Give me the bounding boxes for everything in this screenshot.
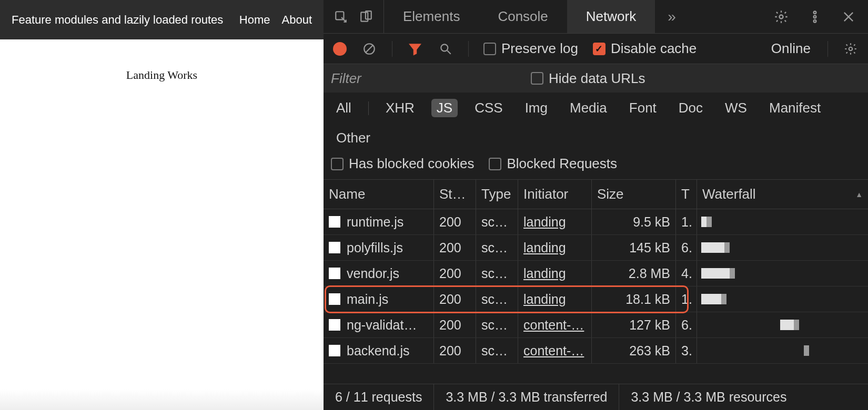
checkbox-icon — [531, 72, 543, 85]
type-js[interactable]: JS — [431, 99, 458, 117]
cell-type: sc… — [476, 338, 518, 363]
cell-initiator[interactable]: landing — [523, 292, 566, 307]
filter-funnel-icon[interactable] — [407, 41, 423, 57]
type-img[interactable]: Img — [520, 99, 553, 117]
cell-type: sc… — [476, 312, 518, 337]
cell-size: 127 kB — [592, 312, 676, 337]
network-toolbar: Preserve log Disable cache Online — [324, 34, 868, 64]
svg-point-4 — [814, 11, 816, 14]
table-body[interactable]: runtime.js200sc…landing9.5 kB1.polyfills… — [324, 209, 868, 384]
svg-rect-1 — [361, 12, 368, 21]
cell-time: 1. — [676, 286, 697, 312]
clear-icon[interactable] — [361, 41, 377, 57]
devtools-tabs: Elements Console Network » — [324, 0, 868, 34]
cell-time: 6. — [676, 312, 697, 337]
cell-initiator[interactable]: landing — [523, 240, 566, 255]
blocked-requests-label: Blocked Requests — [507, 156, 617, 172]
status-requests: 6 / 11 requests — [324, 384, 434, 410]
has-blocked-cookies-checkbox[interactable]: Has blocked cookies — [331, 156, 474, 172]
col-size[interactable]: Size — [592, 180, 676, 209]
checkbox-icon — [331, 158, 344, 170]
cell-type: sc… — [476, 235, 518, 260]
tab-console[interactable]: Console — [479, 0, 567, 33]
kebab-menu-icon[interactable] — [807, 9, 823, 25]
cell-time: 6. — [676, 235, 697, 260]
table-row[interactable]: polyfills.js200sc…landing145 kB6. — [324, 235, 868, 261]
file-icon — [329, 319, 340, 331]
disable-cache-checkbox[interactable]: Disable cache — [593, 40, 697, 57]
cell-name: runtime.js — [347, 214, 403, 230]
tabs-overflow-icon[interactable]: » — [655, 8, 689, 25]
blocked-filter-row: Has blocked cookies Blocked Requests — [324, 153, 868, 180]
tab-network[interactable]: Network — [567, 0, 655, 33]
throttling-select[interactable]: Online — [771, 40, 813, 57]
nav-link-about[interactable]: About — [282, 13, 312, 27]
type-media[interactable]: Media — [564, 99, 612, 117]
table-header: Name St… Type Initiator Size T Waterfall… — [324, 180, 868, 209]
cell-status: 200 — [434, 209, 476, 234]
file-icon — [329, 216, 340, 228]
cell-waterfall — [697, 286, 868, 312]
cell-time: 3. — [676, 338, 697, 363]
cell-time: 4. — [676, 261, 697, 286]
cell-size: 18.1 kB — [592, 286, 676, 312]
type-other[interactable]: Other — [331, 129, 376, 147]
search-icon[interactable] — [438, 41, 453, 57]
app-body: Landing Works — [0, 39, 324, 389]
cell-time: 1. — [676, 209, 697, 234]
type-css[interactable]: CSS — [469, 99, 508, 117]
inspect-element-icon[interactable] — [333, 9, 349, 25]
table-row[interactable]: vendor.js200sc…landing2.8 MB4. — [324, 261, 868, 286]
cell-initiator[interactable]: content-… — [523, 317, 584, 333]
type-manifest[interactable]: Manifest — [764, 99, 826, 117]
hide-data-urls-label: Hide data URLs — [549, 70, 645, 87]
close-devtools-icon[interactable] — [841, 9, 856, 25]
svg-point-6 — [814, 19, 816, 22]
filter-input[interactable] — [331, 70, 510, 87]
tab-elements[interactable]: Elements — [384, 0, 479, 33]
preserve-log-checkbox[interactable]: Preserve log — [483, 40, 578, 57]
type-font[interactable]: Font — [624, 99, 662, 117]
network-settings-gear-icon[interactable] — [843, 41, 859, 57]
filter-row: Hide data URLs — [324, 64, 868, 93]
cell-waterfall — [697, 261, 868, 286]
app-nav-links: Home About — [239, 13, 312, 27]
col-status[interactable]: St… — [434, 180, 476, 209]
type-ws[interactable]: WS — [720, 99, 752, 117]
cell-waterfall — [697, 312, 868, 337]
blocked-requests-checkbox[interactable]: Blocked Requests — [489, 156, 617, 172]
cell-initiator[interactable]: landing — [523, 266, 566, 281]
online-label: Online — [771, 40, 811, 57]
col-initiator[interactable]: Initiator — [518, 180, 592, 209]
table-row[interactable]: main.js200sc…landing18.1 kB1. — [324, 286, 868, 312]
disable-cache-label: Disable cache — [611, 40, 697, 57]
hide-data-urls-checkbox[interactable]: Hide data URLs — [531, 70, 645, 87]
cell-initiator[interactable]: landing — [523, 214, 566, 230]
type-all[interactable]: All — [331, 99, 357, 117]
file-icon — [329, 268, 340, 279]
record-button[interactable] — [333, 42, 347, 56]
nav-link-home[interactable]: Home — [239, 13, 270, 27]
table-row[interactable]: ng-validat…200sc…content-…127 kB6. — [324, 312, 868, 338]
cell-size: 9.5 kB — [592, 209, 676, 234]
checkbox-icon — [489, 158, 501, 170]
cell-initiator[interactable]: content-… — [523, 343, 584, 358]
col-name[interactable]: Name — [324, 180, 434, 209]
landing-text: Landing Works — [126, 68, 197, 389]
col-time[interactable]: T — [676, 180, 697, 209]
settings-gear-icon[interactable] — [773, 9, 789, 25]
table-row[interactable]: backend.js200sc…content-…263 kB3. — [324, 338, 868, 364]
type-xhr[interactable]: XHR — [380, 99, 420, 117]
network-table: Name St… Type Initiator Size T Waterfall… — [324, 180, 868, 384]
svg-point-3 — [780, 15, 783, 18]
device-toolbar-icon[interactable] — [358, 9, 374, 25]
type-filter-row: All XHR JS CSS Img Media Font Doc WS Man… — [324, 93, 868, 153]
table-row[interactable]: runtime.js200sc…landing9.5 kB1. — [324, 209, 868, 235]
file-icon — [329, 345, 340, 356]
type-doc[interactable]: Doc — [673, 99, 708, 117]
col-waterfall[interactable]: Waterfall ▲ — [697, 180, 868, 209]
app-navbar: Feature modules and lazily loaded routes… — [0, 0, 324, 39]
cell-name: ng-validat… — [347, 317, 417, 333]
col-type[interactable]: Type — [476, 180, 518, 209]
cell-waterfall — [697, 338, 868, 363]
